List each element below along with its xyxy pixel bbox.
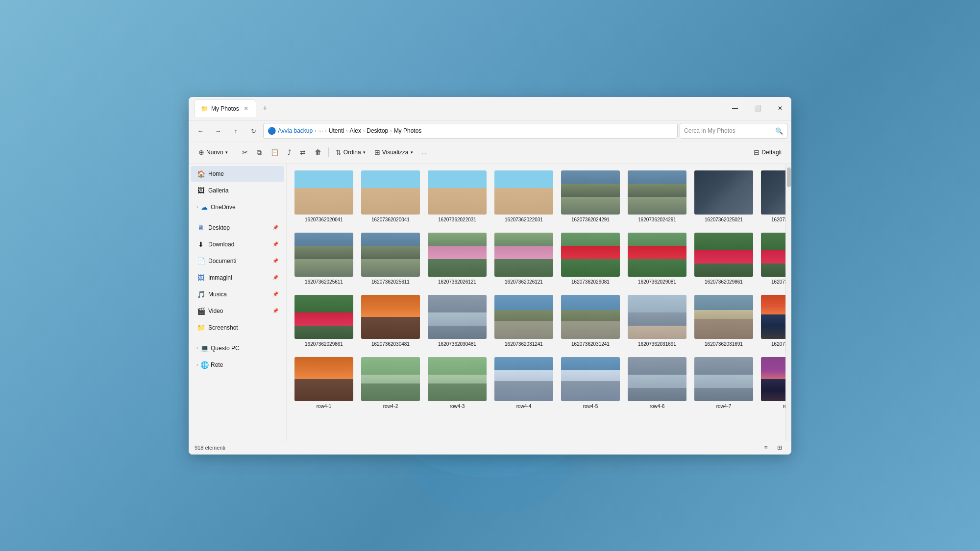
file-item[interactable]: row4-8 [759,354,785,412]
list-view-button[interactable]: ≡ [760,442,772,454]
sidebar-item-home[interactable]: 🏠 Home [191,166,284,182]
file-grid: 1620736202004116207362020041162073620220… [287,164,785,441]
questo-pc-icon: 💻 [200,344,209,352]
tab-my-photos[interactable]: 📁 My Photos ✕ [195,99,256,117]
file-thumbnail [361,233,420,277]
scrollbar-track[interactable] [785,164,791,441]
forward-button[interactable]: → [210,123,226,139]
sidebar-item-onedrive[interactable]: › ☁ OneDrive [191,199,284,215]
grid-view-button[interactable]: ⊞ [774,442,785,454]
sidebar-item-video[interactable]: 🎬 Video 📌 [191,303,284,319]
file-item[interactable]: 16207362029861 [692,230,755,288]
file-item[interactable]: 16207362029861 [293,292,355,350]
chevron-2: › [325,128,327,134]
file-item[interactable]: row4-2 [359,354,422,412]
file-item[interactable]: 16207362030481 [426,292,489,350]
tab-close-button[interactable]: ✕ [242,105,250,113]
file-item[interactable]: 16207362025611 [359,230,422,288]
file-item[interactable]: 16207362025021 [759,168,785,226]
more-label: ... [422,149,427,156]
sidebar-item-musica[interactable]: 🎵 Musica 📌 [191,287,284,302]
view-icon: ⊞ [374,148,380,156]
file-item[interactable]: 16207362030481 [359,292,422,350]
file-item[interactable]: row4-3 [426,354,489,412]
file-item[interactable]: 16207362029081 [626,230,688,288]
file-item[interactable]: 16207362029862 [759,230,785,288]
file-item[interactable]: 16207362026121 [426,230,489,288]
sidebar-item-desktop[interactable]: 🖥 Desktop 📌 [191,220,284,236]
sidebar-item-galleria[interactable]: 🖼 Galleria [191,183,284,198]
file-thumbnail [694,357,753,401]
file-item[interactable]: 16207362031241 [492,292,555,350]
new-button[interactable]: ⊕ Nuovo ▾ [195,144,232,160]
sidebar-item-download[interactable]: ⬇ Download 📌 [191,237,284,252]
copy-button[interactable]: ⧉ [253,144,266,160]
back-button[interactable]: ← [193,123,208,139]
file-item[interactable]: 16207362031691 [692,292,755,350]
backup-segment: 🔵 Avvia backup [268,127,313,135]
file-thumbnail [428,295,487,339]
pin-icon-video: 📌 [272,308,278,313]
share-button[interactable]: ⤴ [284,144,295,160]
details-button[interactable]: ⊟ Dettagli [750,144,785,160]
sidebar-item-documenti[interactable]: 📄 Documenti 📌 [191,253,284,269]
gallery-icon: 🖼 [196,187,205,194]
sidebar-item-rete[interactable]: › 🌐 Rete [191,357,284,373]
file-item[interactable]: 16207362031691 [626,292,688,350]
pin-icon-immagini: 📌 [272,275,278,280]
file-item[interactable]: 16207362025021 [692,168,755,226]
file-item[interactable]: row4-7 [692,354,755,412]
sidebar-label-rete: Rete [211,361,223,368]
maximize-button[interactable]: ⬜ [746,100,769,116]
file-item[interactable]: 16207362031241 [559,292,622,350]
file-item[interactable]: row4-4 [492,354,555,412]
scrollbar-thumb[interactable] [787,168,791,187]
delete-button[interactable]: 🗑 [311,144,325,160]
pin-icon-documenti: 📌 [272,258,278,264]
file-item[interactable]: row4-1 [293,354,355,412]
chevron-5: › [390,128,392,134]
file-item[interactable]: 16207362020041 [293,168,355,226]
export-button[interactable]: ⇄ [296,144,310,160]
sidebar-item-screenshot[interactable]: 📁 Screenshot [191,320,284,335]
file-item[interactable]: 16207362024291 [559,168,622,226]
paste-button[interactable]: 📋 [267,144,283,160]
view-label: Visualizza [382,149,409,156]
file-item[interactable]: 16207362032361 [759,292,785,350]
sort-icon: ⇅ [336,148,342,156]
up-button[interactable]: ↑ [228,123,244,139]
file-item[interactable]: row4-6 [626,354,688,412]
search-bar[interactable]: Cerca in My Photos 🔍 [680,123,787,139]
file-item[interactable]: 16207362026121 [492,230,555,288]
new-tab-button[interactable]: + [258,101,272,115]
file-item[interactable]: 16207362020041 [359,168,422,226]
new-label: Nuovo [206,149,223,156]
more-button[interactable]: ... [418,144,431,160]
file-name: 16207362030481 [438,341,476,347]
file-item[interactable]: 16207362022031 [426,168,489,226]
file-item[interactable]: 16207362029081 [559,230,622,288]
view-button[interactable]: ⊞ Visualizza ▾ [370,144,417,160]
onedrive-icon: ☁ [200,203,209,211]
separator-1 [235,147,235,157]
toolbar: ⊕ Nuovo ▾ ✂ ⧉ 📋 ⤴ ⇄ 🗑 ⇅ Ordina ▾ ⊞ [189,142,791,164]
file-thumbnail [361,295,420,339]
file-item[interactable]: 16207362025611 [293,230,355,288]
file-thumbnail [494,295,553,339]
file-thumbnail [561,295,620,339]
file-item[interactable]: 16207362022031 [492,168,555,226]
address-bar[interactable]: 🔵 Avvia backup › ··· › Utenti › Alex › D… [263,123,678,139]
file-name: 16207362029862 [771,279,785,285]
file-thumbnail [428,357,487,401]
minimize-button[interactable]: — [724,100,746,116]
sidebar-item-questo-pc[interactable]: › 💻 Questo PC [191,340,284,356]
cut-button[interactable]: ✂ [238,144,252,160]
file-item[interactable]: row4-5 [559,354,622,412]
sidebar-item-immagini[interactable]: 🖼 Immagini 📌 [191,270,284,286]
sort-button[interactable]: ⇅ Ordina ▾ [332,144,369,160]
close-button[interactable]: ✕ [769,100,791,116]
window-controls: — ⬜ ✕ [724,100,791,116]
file-item[interactable]: 16207362024291 [626,168,688,226]
breadcrumb-alex: Alex [350,127,361,134]
refresh-button[interactable]: ↻ [245,123,261,139]
